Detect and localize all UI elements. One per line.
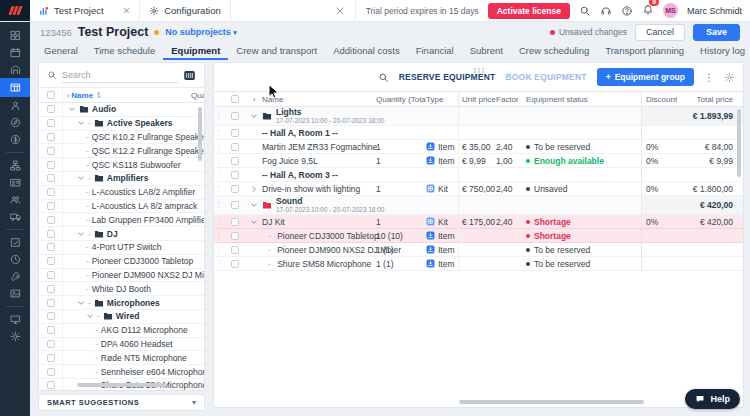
smart-suggestions-bar[interactable]: SMART SUGGESTIONS ▾ bbox=[38, 394, 205, 411]
unit-price-value[interactable] bbox=[458, 257, 496, 270]
quantity-value[interactable]: 1 bbox=[376, 142, 426, 152]
row-checkbox[interactable] bbox=[231, 218, 239, 226]
app-tab-configuration[interactable]: Configuration bbox=[140, 0, 231, 21]
factor-value[interactable]: 2,40 bbox=[496, 142, 526, 152]
tree-item-row[interactable]: -4-Port UTP Switch bbox=[39, 241, 204, 255]
equipment-row[interactable]: ⋮Drive-in show with lighting1Kit€ 750,00… bbox=[214, 182, 743, 196]
row-expand-icon[interactable] bbox=[246, 218, 262, 226]
factor-value[interactable]: 1,00 bbox=[496, 156, 526, 166]
column-header-status[interactable]: Equipment status bbox=[526, 95, 641, 104]
column-header-factor[interactable]: Factor bbox=[496, 95, 526, 104]
select-all-checkbox[interactable] bbox=[231, 95, 239, 103]
sidebar-item-finance[interactable] bbox=[0, 131, 30, 148]
equipment-row[interactable]: ⋮Fog Juice 9,5L1Item€ 9,991,00Enough ava… bbox=[214, 154, 743, 168]
book-equipment-button[interactable]: BOOK EQUIPMENT bbox=[505, 72, 586, 82]
row-drag-handle[interactable]: ⋮ bbox=[214, 171, 224, 179]
tree-folder-row[interactable]: Audio bbox=[39, 103, 204, 117]
sidebar-item-dashboard[interactable] bbox=[0, 27, 30, 44]
row-expand-icon[interactable] bbox=[246, 201, 262, 209]
table-subheader-row[interactable]: ⋮-- Hall A, Room 1 -- bbox=[214, 126, 743, 140]
sidebar-item-calendar[interactable] bbox=[0, 44, 30, 61]
tab-equipment[interactable]: Equipment bbox=[163, 43, 228, 60]
row-drag-handle[interactable]: ⋮ bbox=[214, 218, 224, 226]
app-logo[interactable] bbox=[0, 0, 30, 21]
sidebar-item-idcard[interactable] bbox=[0, 174, 30, 191]
app-tab-project[interactable]: Test Project ✕ bbox=[30, 0, 140, 21]
row-checkbox[interactable] bbox=[231, 260, 239, 268]
table-settings-icon[interactable] bbox=[724, 72, 735, 83]
tab-subrent[interactable]: Subrent bbox=[462, 43, 511, 60]
row-checkbox[interactable] bbox=[47, 312, 55, 320]
row-checkbox[interactable] bbox=[47, 381, 55, 389]
tree-folder-row[interactable]: -Amplifiers bbox=[39, 172, 204, 186]
row-drag-handle[interactable]: ⋮ bbox=[214, 143, 224, 151]
avatar[interactable]: MS bbox=[663, 3, 678, 18]
support-icon[interactable] bbox=[600, 5, 612, 17]
tab-crew-scheduling[interactable]: Crew scheduling bbox=[511, 43, 597, 60]
tree-item-row[interactable]: -L-Acoustics LA 8/2 amprack bbox=[39, 200, 204, 214]
tab-transport-planning[interactable]: Transport planning bbox=[597, 43, 692, 60]
subprojects-dropdown[interactable]: No subprojects ▾ bbox=[165, 27, 237, 37]
help-button[interactable]: Help bbox=[685, 389, 740, 409]
sidebar-item-files[interactable] bbox=[0, 285, 30, 302]
tree-item-row[interactable]: -Pioneer CDJ3000 Tabletop bbox=[39, 255, 204, 269]
unit-price-value[interactable]: € 175,00 bbox=[458, 215, 496, 228]
tree-item-row[interactable]: -Sennheiser e604 Microphone bbox=[39, 365, 204, 379]
tree-folder-row[interactable]: -Microphones bbox=[39, 296, 204, 310]
column-header-total[interactable]: Total price bbox=[677, 95, 743, 104]
close-icon[interactable] bbox=[334, 5, 346, 17]
equipment-row[interactable]: ⋮Martin JEM ZR33 Fogmachine1Item€ 35,002… bbox=[214, 140, 743, 154]
sidebar-item-tracking[interactable] bbox=[0, 114, 30, 131]
tab-crew-and-transport[interactable]: Crew and transport bbox=[228, 43, 325, 60]
factor-value[interactable]: 2,40 bbox=[496, 184, 526, 194]
unit-price-value[interactable] bbox=[458, 243, 496, 256]
discount-value[interactable]: 0% bbox=[641, 140, 677, 153]
row-checkbox[interactable] bbox=[47, 161, 55, 169]
unit-price-value[interactable]: € 9,99 bbox=[458, 154, 496, 167]
row-drag-handle[interactable]: ⋮ bbox=[214, 185, 224, 193]
tab-general[interactable]: General bbox=[36, 43, 86, 60]
tab-time-schedule[interactable]: Time schedule bbox=[86, 43, 163, 60]
row-drag-handle[interactable]: ⋮ bbox=[214, 112, 224, 120]
sidebar-item-projects[interactable] bbox=[0, 78, 30, 97]
tree-item-row[interactable]: -QSC KS118 Subwoofer bbox=[39, 158, 204, 172]
add-equipment-group-button[interactable]: +Equipment group bbox=[597, 68, 694, 86]
row-checkbox[interactable] bbox=[47, 257, 55, 265]
table-vertical-scrollbar[interactable] bbox=[737, 109, 741, 177]
row-checkbox[interactable] bbox=[47, 354, 55, 362]
tab-history-log[interactable]: History log bbox=[692, 43, 750, 60]
more-menu-icon[interactable]: ⋮ bbox=[704, 72, 714, 83]
tree-folder-row[interactable]: -DJ bbox=[39, 227, 204, 241]
row-checkbox[interactable] bbox=[231, 185, 239, 193]
discount-value[interactable] bbox=[641, 229, 677, 242]
sidebar-item-settings[interactable] bbox=[0, 328, 30, 345]
equipment-group-row[interactable]: ⋮Sound17-07-2023 10:00 - 20-07-2023 18:0… bbox=[214, 196, 743, 215]
select-all-checkbox[interactable] bbox=[47, 91, 55, 99]
row-checkbox[interactable] bbox=[47, 105, 55, 113]
sidebar-item-tasks[interactable] bbox=[0, 234, 30, 251]
quantity-value[interactable]: 10 (10) bbox=[376, 231, 426, 241]
row-checkbox[interactable] bbox=[231, 112, 239, 120]
tree-item-row[interactable]: -Lab Gruppen FP3400 Amplifier bbox=[39, 213, 204, 227]
table-horizontal-scrollbar[interactable] bbox=[459, 400, 644, 404]
save-button[interactable]: Save bbox=[693, 24, 740, 41]
discount-value[interactable]: 0% bbox=[641, 154, 677, 167]
activate-license-button[interactable]: Activate license bbox=[488, 3, 570, 19]
row-checkbox[interactable] bbox=[47, 299, 55, 307]
equipment-group-row[interactable]: ⋮Lights17-07-2023 10:00 - 20-07-2023 18:… bbox=[214, 107, 743, 126]
row-drag-handle[interactable]: ⋮ bbox=[214, 201, 224, 209]
factor-value[interactable]: 2,40 bbox=[496, 217, 526, 227]
row-checkbox[interactable] bbox=[47, 368, 55, 376]
column-header-unit-price[interactable]: Unit price bbox=[458, 92, 496, 106]
sidebar-item-display[interactable] bbox=[0, 311, 30, 328]
sidebar-item-account[interactable] bbox=[0, 97, 30, 114]
discount-value[interactable]: 0% bbox=[641, 182, 677, 195]
barcode-scanner-icon[interactable] bbox=[183, 69, 196, 82]
row-checkbox[interactable] bbox=[231, 232, 239, 240]
row-checkbox[interactable] bbox=[47, 147, 55, 155]
search-icon[interactable] bbox=[579, 5, 591, 17]
row-checkbox[interactable] bbox=[47, 340, 55, 348]
sidebar-item-maintenance[interactable] bbox=[0, 268, 30, 285]
user-name[interactable]: Marc Schmidt bbox=[687, 6, 742, 16]
discount-value[interactable] bbox=[641, 257, 677, 270]
